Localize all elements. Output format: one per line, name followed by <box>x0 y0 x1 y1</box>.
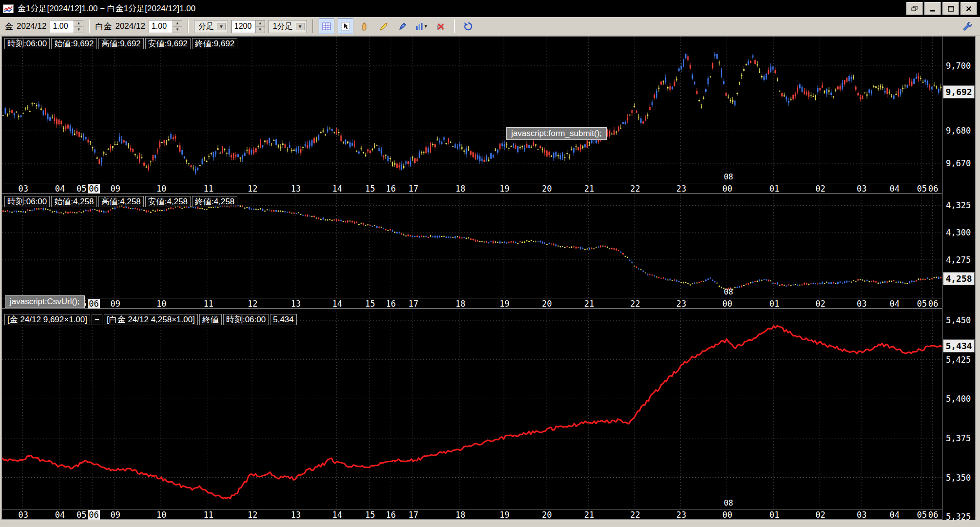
period-type-select[interactable]: 分足 ▼ <box>194 20 228 33</box>
info-segment: 高値:9,692 <box>98 38 144 49</box>
restore-down-button[interactable] <box>906 2 923 15</box>
x-tick-label: 03 <box>857 299 866 309</box>
draw-line-button[interactable] <box>376 19 391 34</box>
y-tick-label: 9,700 <box>946 61 971 71</box>
x-tick-label: 02 <box>815 510 825 520</box>
pen-tool-button[interactable] <box>395 19 410 34</box>
x-tick-label: 14 <box>332 299 342 309</box>
info-segment: 時刻:06:00 <box>223 314 269 325</box>
bar-count-spinner[interactable]: 1200 ▲▼ <box>231 20 265 33</box>
toolbar-separator <box>89 20 90 33</box>
toolbar-separator <box>188 20 189 33</box>
gold-platinum-spread-chart <box>2 312 942 509</box>
platinum-label: 白金 <box>95 21 112 32</box>
wrench-icon <box>962 21 973 32</box>
x-tick-label: 10 <box>156 299 166 309</box>
gold-info-row: 時刻:06:00始値:9,692高値:9,692安値:9,692終値:9,692 <box>4 38 237 49</box>
settings-wrench-button[interactable] <box>960 19 975 34</box>
x-tick-label: 14 <box>332 510 342 520</box>
x-tick-label: 11 <box>203 184 213 194</box>
spread-x-axis: 0304050609101112131415161718192021222300… <box>2 509 942 520</box>
x-tick-label: 20 <box>542 184 552 194</box>
window-title: 金1分足[2024/12]1.00 − 白金1分足[2024/12]1.00 <box>18 3 901 14</box>
x-tick-label: 05 <box>917 510 927 520</box>
gold-multiplier-up-button[interactable]: ▲ <box>74 20 83 27</box>
bar-count-up-button[interactable]: ▲ <box>256 20 265 27</box>
platinum-info-row: 時刻:06:00始値:4,258高値:4,258安値:4,258終値:4,258 <box>4 196 237 207</box>
minimize-icon <box>930 6 936 12</box>
hand-icon <box>359 21 370 32</box>
maximize-button[interactable] <box>942 2 959 15</box>
bar-count-down-button[interactable]: ▼ <box>256 27 265 33</box>
x-tick-label: 09 <box>110 510 120 520</box>
x-tick-label: 01 <box>769 510 779 520</box>
x-tick-label: 04 <box>55 184 65 194</box>
x-tick-label: 15 <box>365 510 375 520</box>
toolbar: 金 2024/12 1.00 ▲▼ 白金 2024/12 1.00 ▲▼ 分足 … <box>0 17 980 36</box>
chart-style-button[interactable]: ▼ <box>414 19 429 34</box>
platinum-multiplier-up-button[interactable]: ▲ <box>173 20 182 27</box>
x-tick-label: 12 <box>248 299 257 309</box>
toolbar-separator <box>312 20 313 33</box>
x-tick-label: 02 <box>815 299 825 309</box>
crosshair-select-button[interactable] <box>338 19 353 34</box>
x-tick-label: 00 <box>722 184 732 194</box>
x-tick-label: 23 <box>676 510 686 520</box>
indicator-delete-button[interactable] <box>433 19 448 34</box>
x-tick-label: 16 <box>386 184 396 194</box>
gold-month-label: 2024/12 <box>17 21 46 31</box>
platinum-1min-last-price-badge: 4,258 <box>943 272 975 285</box>
gold-chart-panel[interactable] <box>2 37 942 183</box>
reload-icon <box>462 21 473 32</box>
info-segment: 安値:4,258 <box>145 196 191 207</box>
gold-platinum-spread-last-price-badge: 5,434 <box>943 339 975 352</box>
minimize-button[interactable] <box>924 2 941 15</box>
table-view-button[interactable] <box>319 19 334 34</box>
y-tick-label: 5,325 <box>946 512 971 522</box>
toolbar-separator <box>454 20 455 33</box>
gold-x-axis: 0304050609101112131415161718192021222300… <box>2 183 942 194</box>
info-segment: 5,434 <box>270 314 297 325</box>
gold-1min-chart <box>2 37 942 183</box>
info-segment: 終値:4,258 <box>192 196 237 207</box>
x-tick-label: 18 <box>455 510 465 520</box>
interval-select[interactable]: 1分足 ▼ <box>269 20 307 33</box>
x-tick-label: 04 <box>55 510 65 520</box>
x-tick-label: 18 <box>455 184 465 194</box>
date-label: 08 <box>724 498 733 507</box>
info-segment: 安値:9,692 <box>145 38 191 49</box>
x-tick-label: 12 <box>248 510 257 520</box>
window-controls <box>905 2 977 15</box>
info-segment: 高値:4,258 <box>98 196 144 207</box>
gold-multiplier-down-button[interactable]: ▼ <box>74 27 83 33</box>
x-tick-label: 14 <box>332 184 342 194</box>
table-view-icon <box>321 21 332 32</box>
x-tick-label: 04 <box>890 510 900 520</box>
x-tick-label: 15 <box>365 184 375 194</box>
x-tick-label: 22 <box>630 299 640 309</box>
bar-count-value: 1200 <box>232 20 255 33</box>
x-tick-label: 05 <box>917 299 927 309</box>
reload-button[interactable] <box>460 19 476 34</box>
x-tick-label: 10 <box>156 184 166 194</box>
info-segment: 時刻:06:00 <box>4 196 50 207</box>
x-tick-label: 21 <box>584 510 594 520</box>
platinum-chart-panel[interactable] <box>2 195 942 298</box>
x-tick-label: 13 <box>291 299 301 309</box>
x-tick-label: 19 <box>500 510 509 520</box>
platinum-multiplier-value: 1.00 <box>149 20 173 33</box>
gold-multiplier-spinner[interactable]: 1.00 ▲▼ <box>50 20 83 33</box>
x-tick-label: 09 <box>110 184 120 194</box>
platinum-multiplier-down-button[interactable]: ▼ <box>173 27 182 33</box>
x-tick-label: 05 <box>77 184 86 194</box>
x-tick-label: 23 <box>676 299 686 309</box>
interval-value: 1分足 <box>273 21 293 32</box>
spread-chart-panel[interactable] <box>2 312 942 509</box>
x-tick-label: 03 <box>857 184 866 194</box>
close-button[interactable] <box>961 2 977 15</box>
x-tick-label: 11 <box>203 299 213 309</box>
platinum-multiplier-spinner[interactable]: 1.00 ▲▼ <box>149 20 182 33</box>
pan-hand-button[interactable] <box>357 19 372 34</box>
x-tick-label: 15 <box>365 299 375 309</box>
x-tick-label: 06 <box>928 299 938 309</box>
